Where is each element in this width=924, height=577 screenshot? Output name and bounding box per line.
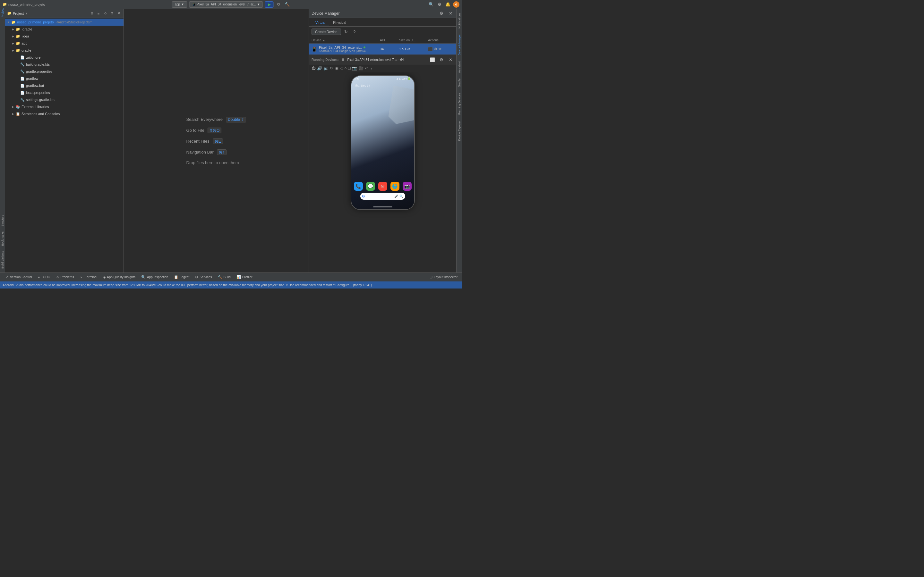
device-phone-icon: 📱 (312, 47, 317, 52)
sidebar-notifications[interactable]: Notifications (457, 10, 462, 31)
phone-search-bar[interactable]: G 🎤 🔍 (360, 193, 405, 200)
device-dropdown[interactable]: 📱 Pixel_3a_API_34_extension_level_7_ar..… (189, 1, 263, 8)
device-info: 📱 Pixel_3a_API_34_extensi... Android API… (312, 45, 380, 53)
running-device-name: Pixel 3a API 34 extension level 7 arm64 (347, 58, 427, 61)
settings-button[interactable]: ⚙ (436, 1, 443, 8)
status-text: Android Studio performance could be impr… (3, 284, 459, 287)
device-row[interactable]: 📱 Pixel_3a_API_34_extensi... Android API… (309, 44, 456, 55)
phone-app-camera[interactable]: 📷 (403, 182, 412, 191)
panel-action-collapse[interactable]: ≡ (95, 11, 102, 16)
tab-virtual[interactable]: Virtual (312, 19, 329, 26)
device-manager-title: Device Manager (312, 11, 436, 16)
app-inspection-button[interactable]: 🔍 App Inspection (139, 274, 171, 280)
bottom-toolbar: ⎇ Version Control ≡ TODO ⚠ Problems >_ T… (0, 272, 462, 282)
device-manager-close[interactable]: ✕ (447, 10, 454, 17)
phone-screen[interactable]: 2:49 ▲▲ WiFi 🔋 Thu, Dec 14 📞 💬 ✉ 🌐 (351, 76, 414, 210)
refresh-devices-button[interactable]: ↻ (343, 29, 349, 35)
tree-item-gitignore[interactable]: 📄 .gitignore (5, 54, 124, 61)
sidebar-running-devices[interactable]: Running Devices (457, 90, 462, 117)
rotate-button[interactable]: ⟳ (330, 66, 333, 71)
sidebar-device-explorer[interactable]: Device Explorer (457, 118, 462, 143)
chevron (15, 69, 20, 74)
device-manager-settings[interactable]: ⚙ (438, 10, 445, 17)
panel-action-close[interactable]: ✕ (116, 11, 121, 16)
create-device-button[interactable]: Create Device (312, 29, 341, 35)
sidebar-item-buildvariants[interactable]: Build Variants (0, 248, 5, 271)
toolbar-center: app ▼ 📱 Pixel_3a_API_34_extension_level_… (172, 1, 290, 8)
stop-device-icon[interactable]: ⬛ (428, 47, 433, 51)
tree-item-gradlew-bat[interactable]: 📄 gradlew.bat (5, 82, 124, 89)
refresh-button[interactable]: ↻ (276, 1, 282, 8)
recents-button[interactable]: □ (348, 66, 351, 71)
volume-down-button[interactable]: 🔉 (323, 66, 328, 71)
edit-device-icon[interactable]: ✏ (439, 47, 442, 51)
running-device-settings[interactable]: ⚙ (438, 56, 445, 63)
screenshot-button[interactable]: 📷 (352, 66, 357, 71)
item-label: local.properties (26, 91, 50, 95)
volume-up-button[interactable]: 🔊 (317, 66, 322, 71)
item-label: gradlew.bat (26, 84, 44, 87)
tree-item-app[interactable]: ▶ 📁 app (5, 40, 124, 47)
tree-item-local-props[interactable]: 📄 local.properties (5, 89, 124, 96)
power-button[interactable]: ⏻ (312, 66, 316, 71)
project-panel-toggle[interactable]: Project (0, 10, 5, 15)
item-label: .gitignore (26, 55, 40, 59)
logcat-button[interactable]: 📋 Logcat (171, 274, 192, 280)
panel-action-gear[interactable]: ⚙ (109, 11, 115, 16)
search-button[interactable]: 🔍 (428, 1, 435, 8)
profiler-button[interactable]: 📊 Profiler (234, 274, 255, 280)
item-label: settings.gradle.kts (26, 98, 55, 102)
sidebar-item-structure[interactable]: Structure (0, 212, 5, 229)
tree-root[interactable]: ▼ 📁 nosso_primeiro_projeto ~/AndroidStud… (5, 19, 124, 26)
phone-app-messages[interactable]: 💬 (366, 182, 375, 191)
app-dropdown[interactable]: app ▼ (172, 1, 187, 8)
user-avatar[interactable]: G (453, 1, 459, 8)
back-button[interactable]: ◁ (340, 66, 343, 71)
todo-button[interactable]: ≡ TODO (35, 275, 53, 280)
cold-boot-icon[interactable]: ❄ (434, 47, 437, 51)
tree-item-gradle-dir[interactable]: ▶ 📁 .gradle (5, 26, 124, 33)
services-button[interactable]: ⚙ Services (192, 274, 214, 280)
fold-button[interactable]: ▣ (334, 66, 338, 71)
running-device-close[interactable]: ✕ (447, 56, 454, 63)
running-devices-label: Running Devices: (312, 58, 338, 61)
lens-icon: 🔍 (399, 195, 403, 198)
tree-item-gradlew[interactable]: 📄 gradlew (5, 75, 124, 82)
tree-item-gradle-folder[interactable]: ▶ 📁 gradle (5, 47, 124, 54)
version-control-button[interactable]: ⎇ Version Control (2, 274, 34, 280)
running-device-window-icon[interactable]: ⬜ (429, 56, 436, 63)
phone-app-chrome[interactable]: 🌐 (391, 182, 399, 191)
phone-app-gmail[interactable]: ✉ (378, 182, 387, 191)
help-button[interactable]: ? (351, 29, 358, 35)
panel-dropdown-icon[interactable]: ▼ (25, 12, 28, 15)
panel-action-locate[interactable]: ⊕ (89, 11, 95, 16)
tree-item-settings-gradle[interactable]: 🔧 settings.gradle.kts (5, 96, 124, 103)
tab-physical[interactable]: Physical (329, 19, 350, 26)
phone-app-phone[interactable]: 📞 (354, 182, 363, 191)
panel-action-filter[interactable]: ≎ (102, 11, 108, 16)
run-button[interactable]: ▶ (265, 1, 274, 8)
tree-item-external-libs[interactable]: ▶ 📚 External Libraries (5, 103, 124, 110)
sidebar-gradle[interactable]: Gradle (457, 76, 462, 90)
undo-rotate-button[interactable]: ↶ (365, 66, 368, 71)
sidebar-assistant[interactable]: Assistant (457, 59, 462, 76)
screenrecord-button[interactable]: 🎥 (359, 66, 363, 71)
sidebar-item-bookmarks[interactable]: Bookmarks (0, 229, 5, 248)
tree-item-scratches[interactable]: ▶ 📋 Scratches and Consoles (5, 110, 124, 117)
chevron (15, 90, 20, 95)
layout-inspector-button[interactable]: ⊞ Layout Inspector (427, 274, 460, 280)
item-label: gradle.properties (26, 69, 53, 73)
app-quality-insights-button[interactable]: ◈ App Quality Insights (100, 274, 138, 280)
tree-item-gradle-props[interactable]: 🔧 gradle.properties (5, 68, 124, 75)
more-controls[interactable]: ⋮ (370, 66, 374, 71)
build-button-bottom[interactable]: 🔨 Build (215, 274, 233, 280)
tree-item-idea[interactable]: ▶ 📁 .idea (5, 33, 124, 40)
problems-button[interactable]: ⚠ Problems (53, 274, 77, 280)
sidebar-device-manager[interactable]: Device Manager (457, 32, 462, 58)
build-button[interactable]: 🔨 (284, 1, 290, 8)
home-button[interactable]: ○ (344, 66, 347, 71)
terminal-button[interactable]: >_ Terminal (78, 275, 100, 280)
notifications-button[interactable]: 🔔 (445, 1, 451, 8)
tree-item-build-gradle[interactable]: 🔧 build.gradle.kts (5, 61, 124, 68)
more-actions-icon[interactable]: ⋮ (443, 47, 447, 51)
